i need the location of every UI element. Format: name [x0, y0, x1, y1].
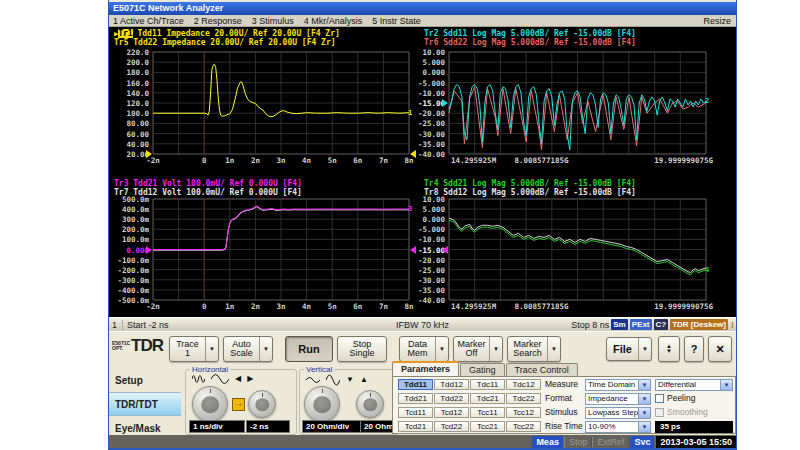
- run-button[interactable]: Run: [285, 336, 333, 362]
- horizontal-scale-knob[interactable]: [192, 386, 228, 422]
- param-cell-tdd11[interactable]: Tdd11: [398, 379, 433, 390]
- param-cell-tcc12[interactable]: Tcc12: [506, 407, 541, 418]
- chevron-down-icon[interactable]: ▼: [435, 337, 448, 361]
- chevron-down-icon[interactable]: ▼: [489, 337, 502, 361]
- stimulus-dropdown[interactable]: Lowpass Step▼: [585, 407, 651, 419]
- param-cell-tdc21[interactable]: Tdc21: [470, 393, 505, 404]
- checkbox-icon[interactable]: [655, 394, 664, 403]
- trace-number: Tr6: [424, 38, 438, 47]
- help-button[interactable]: ?: [684, 336, 704, 362]
- chevron-down-icon[interactable]: ▼: [638, 422, 650, 432]
- trace-end-marker: 4: [705, 266, 709, 274]
- y-tick-label: -30.00: [408, 130, 445, 139]
- offset-marker-icon: →: [232, 398, 245, 411]
- close-button[interactable]: ✕: [708, 336, 732, 362]
- trace-title-text: Tdd12 Volt 100.0mU/ Ref 0.000U [F4]: [128, 188, 301, 197]
- vertical-scale-knob[interactable]: [304, 386, 340, 422]
- trace-title-text: Tdd22 Impedance 20.00U/ Ref 20.00U [F4 Z…: [128, 38, 335, 47]
- resize-menu[interactable]: Resize: [703, 16, 736, 26]
- marker-search-button[interactable]: MarkerSearch▼: [507, 336, 561, 362]
- auto-scale-button-label: AutoScale: [224, 337, 259, 361]
- marker-off-button-label: MarkerOff: [454, 337, 489, 361]
- rise-time-display: 35 ps: [655, 421, 733, 433]
- peeling-checkbox[interactable]: Peeling: [655, 393, 695, 403]
- param-cell-tcc22[interactable]: Tcc22: [506, 421, 541, 432]
- tab-gating[interactable]: Gating: [460, 363, 505, 376]
- y-tick-label: -10.00: [408, 89, 445, 98]
- menu-item-5-instr-state[interactable]: 5 Instr State: [372, 16, 421, 26]
- tdr-sidebar: SetupTDR/TDTEye/Mask: [109, 364, 181, 436]
- topology-dropdown[interactable]: Differential▼: [655, 379, 733, 391]
- param-cell-tdd12[interactable]: Tdd12: [434, 379, 469, 390]
- rise-time-dropdown[interactable]: 10-90%▼: [585, 421, 651, 433]
- tdr-logo: E5071C OPT. TDR: [112, 336, 163, 356]
- horizontal-group-label: Horizontal: [190, 365, 230, 374]
- bottom-seg-extref: ExtRef: [592, 437, 629, 447]
- stop-single-button[interactable]: StopSingle: [337, 336, 387, 362]
- chevron-down-icon[interactable]: ▼: [547, 337, 560, 361]
- format-dropdown[interactable]: Impedance▼: [585, 393, 651, 405]
- param-cell-tdc22[interactable]: Tdc22: [506, 393, 541, 404]
- auto-scale-button[interactable]: AutoScale▼: [223, 336, 273, 362]
- x-tick-label: 0: [202, 302, 207, 311]
- file-button[interactable]: File▼: [606, 337, 652, 361]
- vertical-icons: ▼ ▲: [306, 374, 368, 386]
- param-cell-tcc21[interactable]: Tcc21: [470, 421, 505, 432]
- x-tick-label: 14.295925M: [451, 156, 496, 165]
- trace-title-text: Sdd21 Log Mag 5.000dB/ Ref -15.00dB [F4]: [438, 179, 635, 188]
- x-tick-label: 6n: [353, 156, 362, 165]
- menu-item-3-stimulus[interactable]: 3 Stimulus: [252, 16, 294, 26]
- y-tick-label: -40.00: [408, 296, 445, 305]
- menu-item-1-active-ch-trace[interactable]: 1 Active Ch/Trace: [113, 16, 184, 26]
- chevron-down-icon[interactable]: ▼: [638, 338, 651, 360]
- param-cell-tdc12[interactable]: Tdc12: [506, 379, 541, 390]
- param-cell-tcc11[interactable]: Tcc11: [470, 407, 505, 418]
- param-cell-tdd21[interactable]: Tdd21: [398, 393, 433, 404]
- x-tick-label: 19.999999075G: [654, 302, 713, 311]
- x-tick-label: 8.008577185G: [514, 156, 568, 165]
- chevron-down-icon[interactable]: ▼: [720, 380, 732, 390]
- y-tick-label: 40.00: [110, 140, 149, 149]
- down-arrow-icon[interactable]: ▼: [346, 376, 354, 384]
- right-arrow-icon[interactable]: ▶: [247, 375, 253, 383]
- trace-button[interactable]: Trace1▼: [169, 336, 219, 362]
- measure-dropdown[interactable]: Time Domain▼: [585, 379, 651, 391]
- trace-number: Tr1: [118, 29, 132, 38]
- param-cell-tcd22[interactable]: Tcd22: [434, 421, 469, 432]
- tdr-logo-small: E5071C OPT.: [112, 341, 130, 351]
- param-cell-tdd22[interactable]: Tdd22: [434, 393, 469, 404]
- y-tick-label: 200.0: [110, 58, 149, 67]
- chevron-down-icon[interactable]: ▼: [205, 337, 218, 361]
- trace-title-tr2: Tr2 Sdd11 Log Mag 5.000dB/ Ref -15.00dB …: [424, 29, 636, 38]
- horizontal-position-knob[interactable]: [248, 390, 276, 418]
- bottom-seg-stop: Stop: [564, 437, 593, 447]
- y-tick-label: -35.00: [408, 286, 445, 295]
- tab-parameters[interactable]: Parameters: [392, 361, 459, 376]
- tab-trace-control[interactable]: Trace Control: [506, 363, 578, 376]
- data-mem-button[interactable]: DataMem▼: [399, 336, 449, 362]
- menu-item-4-mkr-analysis[interactable]: 4 Mkr/Analysis: [304, 16, 363, 26]
- reference-level-marker: [442, 246, 448, 254]
- chevron-down-icon[interactable]: ▼: [638, 380, 650, 390]
- chevron-down-icon[interactable]: ▼: [638, 408, 650, 418]
- chevron-down-icon[interactable]: ▼: [638, 394, 650, 404]
- sidebar-item-tdr-tdt[interactable]: TDR/TDT: [109, 392, 181, 416]
- sidebar-item-setup[interactable]: Setup: [109, 368, 181, 392]
- marker-off-button[interactable]: MarkerOff▼: [453, 336, 503, 362]
- param-cell-tcd11[interactable]: Tcd11: [398, 407, 433, 418]
- chevron-down-icon[interactable]: ▼: [259, 337, 272, 361]
- param-cell-tcd12[interactable]: Tcd12: [434, 407, 469, 418]
- parameters-tab-body: Tdd11Tdd12Tdc11Tdc12Tdd21Tdd22Tdc21Tdc22…: [392, 376, 736, 434]
- y-tick-label: 5.000: [408, 205, 445, 214]
- left-arrow-icon[interactable]: ◀: [235, 375, 241, 383]
- updown-button-label: ▲▼: [659, 337, 679, 361]
- vertical-position-knob[interactable]: [356, 390, 384, 418]
- y-tick-label: 10.00: [408, 48, 445, 57]
- updown-button[interactable]: ▲▼: [658, 336, 680, 362]
- param-cell-tcd21[interactable]: Tcd21: [398, 421, 433, 432]
- x-tick-label: 19.999999075G: [654, 156, 713, 165]
- up-arrow-icon[interactable]: ▲: [360, 376, 368, 384]
- y-tick-label: -30.00: [408, 276, 445, 285]
- menu-item-2-response[interactable]: 2 Response: [194, 16, 242, 26]
- param-cell-tdc11[interactable]: Tdc11: [470, 379, 505, 390]
